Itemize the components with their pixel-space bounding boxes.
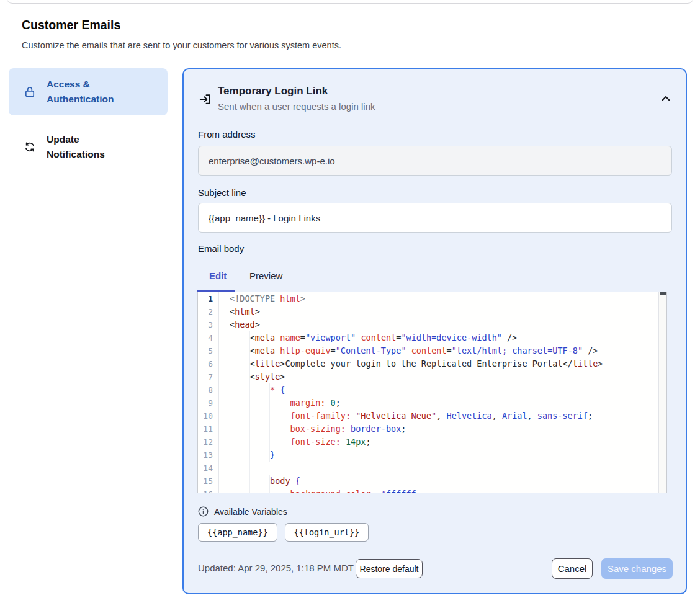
page-title: Customer Emails: [22, 18, 120, 32]
variable-chip-app-name[interactable]: {{app_name}}: [198, 523, 277, 542]
from-address-label: From address: [198, 129, 256, 140]
sidebar-item-label: Access & Authentication: [47, 77, 140, 107]
code-line[interactable]: 16background-color: #ffffff;: [198, 488, 666, 493]
line-number: 2: [198, 305, 219, 318]
available-variables-label: Available Variables: [214, 507, 287, 517]
code-line[interactable]: 15body {: [198, 475, 666, 488]
line-number: 13: [198, 449, 219, 462]
subject-line-label: Subject line: [198, 187, 246, 198]
page-subtitle: Customize the emails that are sent to yo…: [22, 40, 341, 50]
code-line[interactable]: 10font-family: "Helvetica Neue", Helveti…: [198, 409, 666, 422]
restore-default-button[interactable]: Restore default: [356, 559, 423, 578]
line-number: 7: [198, 370, 219, 383]
email-body-label: Email body: [198, 243, 244, 254]
code-line[interactable]: 2<html>: [198, 305, 666, 318]
code-line[interactable]: 6<title>Complete your login to the Repli…: [198, 357, 666, 370]
email-template-panel: Temporary Login Link Sent when a user re…: [182, 68, 687, 594]
panel-title: Temporary Login Link: [218, 85, 328, 97]
line-number: 8: [198, 383, 219, 396]
updated-timestamp: Updated: Apr 29, 2025, 1:18 PM MDT: [198, 563, 354, 573]
editor-scrollbar[interactable]: [658, 292, 666, 493]
line-number: 15: [198, 475, 219, 488]
sidebar-item-update-notifications[interactable]: Update Notifications: [9, 131, 168, 163]
code-lines: 1<!DOCTYPE html>2<html>3<head>4<meta nam…: [198, 292, 666, 493]
sidebar-item-label: Update Notifications: [47, 132, 140, 162]
line-number: 14: [198, 462, 219, 475]
login-icon: [199, 92, 212, 109]
line-number: 4: [198, 331, 219, 344]
lock-icon: [24, 86, 36, 98]
line-number: 11: [198, 422, 219, 436]
refresh-icon: [24, 141, 36, 153]
subject-line-input[interactable]: [198, 203, 672, 233]
line-number: 1: [198, 292, 219, 305]
line-number: 9: [198, 396, 219, 409]
code-line[interactable]: 11box-sizing: border-box;: [198, 422, 666, 436]
chevron-up-icon: [661, 93, 671, 104]
editor-scrollbar-thumb[interactable]: [660, 292, 666, 295]
code-line[interactable]: 14: [198, 462, 666, 475]
line-number: 12: [198, 436, 219, 449]
code-line[interactable]: 12font-size: 14px;: [198, 436, 666, 449]
previous-card-edge: [6, 0, 694, 4]
collapse-button[interactable]: [659, 92, 673, 105]
cancel-button[interactable]: Cancel: [552, 558, 593, 579]
code-editor[interactable]: 1<!DOCTYPE html>2<html>3<head>4<meta nam…: [197, 292, 667, 493]
variable-chips: {{app_name}} {{login_url}}: [198, 523, 369, 542]
code-line[interactable]: 13}: [198, 449, 666, 462]
line-number: 5: [198, 344, 219, 357]
save-changes-button[interactable]: Save changes: [601, 558, 673, 579]
line-number: 10: [198, 409, 219, 422]
code-line[interactable]: 8* {: [198, 383, 666, 396]
available-variables-row: Available Variables: [198, 506, 287, 517]
code-line[interactable]: 5<meta http-equiv="Content-Type" content…: [198, 344, 666, 357]
from-address-input[interactable]: [198, 146, 672, 176]
tab-preview[interactable]: Preview: [249, 270, 282, 281]
variable-chip-login-url[interactable]: {{login_url}}: [285, 523, 369, 542]
code-line[interactable]: 3<head>: [198, 318, 666, 331]
code-line[interactable]: 1<!DOCTYPE html>: [198, 292, 666, 305]
panel-subtitle: Sent when a user requests a login link: [218, 101, 375, 112]
sidebar: Access & Authentication Update Notificat…: [9, 68, 168, 163]
info-icon: [198, 506, 209, 517]
sidebar-item-access-authentication[interactable]: Access & Authentication: [9, 68, 168, 115]
line-number: 16: [198, 488, 219, 493]
code-line[interactable]: 9margin: 0;: [198, 396, 666, 409]
code-line[interactable]: 7<style>: [198, 370, 666, 383]
tab-edit[interactable]: Edit: [209, 270, 227, 281]
page: Customer Emails Customize the emails tha…: [0, 0, 700, 608]
line-number: 6: [198, 357, 219, 370]
code-line[interactable]: 4<meta name="viewport" content="width=de…: [198, 331, 666, 344]
line-number: 3: [198, 318, 219, 331]
